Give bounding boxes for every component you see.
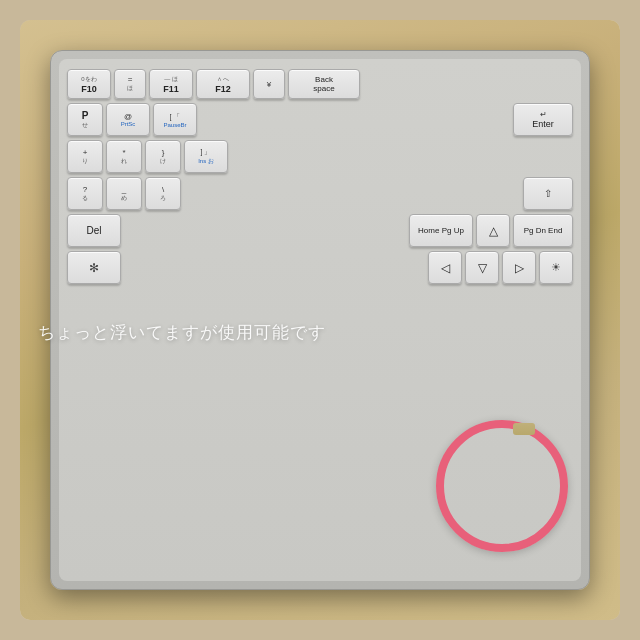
plus-key[interactable]: + り xyxy=(67,140,103,173)
at-key[interactable]: @ PrtSc xyxy=(106,103,150,136)
home-pgup-key[interactable]: Home Pg Up xyxy=(409,214,473,247)
brightness-up-key[interactable]: ☀ xyxy=(539,251,573,284)
semicolon-key[interactable]: * れ xyxy=(106,140,142,173)
left-arrow-key[interactable]: ◁ xyxy=(428,251,462,284)
bracket-pausebr-key[interactable]: [ 「 PauseBr xyxy=(153,103,197,136)
photo-frame: 0をわ F10 = ほ — ほ F11 ∧ へ F12 ¥ xyxy=(20,20,620,620)
equals-key[interactable]: = ほ xyxy=(114,69,146,99)
brightness-down-key[interactable]: ✻ xyxy=(67,251,121,284)
up-arrow-key[interactable]: △ xyxy=(476,214,510,247)
f11-key[interactable]: — ほ F11 xyxy=(149,69,193,99)
ro-key[interactable]: \ ろ xyxy=(145,177,181,210)
middle-key-row: + り * れ } け ] 」 Ins お xyxy=(67,140,573,173)
del-key[interactable]: Del xyxy=(67,214,121,247)
shift-key-row: ? る _ め \ ろ ⇧ xyxy=(67,177,573,210)
annotation-text: ちょっと浮いてますが使用可能です xyxy=(38,321,326,344)
p-key-row: P せ @ PrtSc [ 「 PauseBr ↵ Enter xyxy=(67,103,573,136)
shift-up-key[interactable]: ⇧ xyxy=(523,177,573,210)
nav-row-bottom: ✻ ◁ ▽ ▷ ☀ xyxy=(67,251,573,284)
function-key-row: 0をわ F10 = ほ — ほ F11 ∧ へ F12 ¥ xyxy=(67,69,573,99)
pgdn-end-key[interactable]: Pg Dn End xyxy=(513,214,573,247)
question-key[interactable]: ? る xyxy=(67,177,103,210)
f10-key[interactable]: 0をわ F10 xyxy=(67,69,111,99)
me-key[interactable]: _ め xyxy=(106,177,142,210)
f12-key[interactable]: ∧ へ F12 xyxy=(196,69,250,99)
backspace-key[interactable]: Back space xyxy=(288,69,360,99)
right-arrow-key[interactable]: ▷ xyxy=(502,251,536,284)
nav-row-top: Del Home Pg Up △ Pg Dn End xyxy=(67,214,573,247)
enter-key[interactable]: ↵ Enter xyxy=(513,103,573,136)
ins-key[interactable]: ] 」 Ins お xyxy=(184,140,228,173)
ke-key[interactable]: } け xyxy=(145,140,181,173)
yen-key[interactable]: ¥ xyxy=(253,69,285,99)
down-arrow-key[interactable]: ▽ xyxy=(465,251,499,284)
p-key[interactable]: P せ xyxy=(67,103,103,136)
